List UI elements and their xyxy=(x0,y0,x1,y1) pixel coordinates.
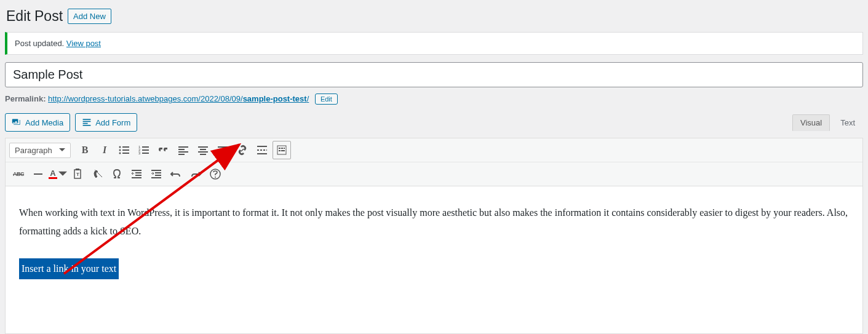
svg-rect-22 xyxy=(198,151,208,153)
svg-rect-45 xyxy=(135,172,141,173)
permalink-url[interactable]: http://wordpress-tutorials.atwebpages.co… xyxy=(48,94,309,103)
svg-point-4 xyxy=(119,146,121,148)
add-media-button[interactable]: Add Media xyxy=(5,113,70,132)
svg-rect-39 xyxy=(281,150,285,151)
svg-rect-49 xyxy=(155,172,161,173)
page-title: Edit Post xyxy=(6,8,63,25)
edit-slug-button[interactable]: Edit xyxy=(315,93,338,105)
svg-rect-36 xyxy=(281,148,283,149)
svg-point-6 xyxy=(119,149,121,151)
svg-rect-42 xyxy=(76,169,79,170)
svg-rect-32 xyxy=(266,149,267,151)
svg-rect-35 xyxy=(279,148,281,149)
view-post-link[interactable]: View post xyxy=(66,39,101,48)
svg-rect-17 xyxy=(178,149,185,150)
permalink-row: Permalink: http://wordpress-tutorials.at… xyxy=(5,87,863,113)
italic-button[interactable]: I xyxy=(95,141,114,159)
svg-rect-2 xyxy=(83,123,88,124)
svg-point-53 xyxy=(215,177,216,178)
highlighted-text[interactable]: Insert a link in your text xyxy=(19,258,119,279)
svg-rect-13 xyxy=(142,149,149,151)
special-char-button[interactable] xyxy=(108,165,126,183)
svg-rect-30 xyxy=(260,149,262,151)
form-icon xyxy=(82,117,92,127)
tab-visual[interactable]: Visual xyxy=(792,114,830,131)
align-center-button[interactable] xyxy=(194,141,212,159)
read-more-button[interactable] xyxy=(253,141,271,159)
permalink-label: Permalink: xyxy=(5,94,46,103)
svg-text:T: T xyxy=(76,172,79,177)
svg-rect-3 xyxy=(83,125,91,126)
color-swatch xyxy=(49,177,57,179)
media-buttons: Add Media Add Form xyxy=(5,113,137,132)
svg-rect-29 xyxy=(257,149,259,151)
svg-rect-26 xyxy=(218,151,228,153)
undo-button[interactable] xyxy=(167,165,185,183)
svg-rect-20 xyxy=(198,146,208,148)
svg-rect-31 xyxy=(263,149,265,151)
paste-text-button[interactable]: T xyxy=(68,165,87,183)
toolbar-toggle-button[interactable] xyxy=(273,141,291,159)
svg-rect-0 xyxy=(83,119,91,120)
page-header: Edit Post Add New xyxy=(0,5,868,32)
svg-rect-24 xyxy=(218,146,228,148)
update-notice: Post updated. View post xyxy=(5,32,863,55)
svg-rect-27 xyxy=(221,154,228,155)
add-form-button[interactable]: Add Form xyxy=(75,113,137,132)
ordered-list-button[interactable]: 123 xyxy=(135,141,153,159)
editor-content[interactable]: When working with text in WordPress, it … xyxy=(5,186,863,334)
svg-rect-15 xyxy=(142,153,149,154)
align-right-button[interactable] xyxy=(213,141,232,159)
svg-rect-50 xyxy=(155,175,161,176)
chevron-down-icon xyxy=(58,168,67,180)
svg-rect-46 xyxy=(135,175,141,176)
svg-rect-19 xyxy=(178,154,185,155)
svg-rect-47 xyxy=(132,177,141,178)
media-icon xyxy=(12,117,22,127)
svg-rect-9 xyxy=(122,153,129,154)
svg-rect-1 xyxy=(83,121,91,122)
bold-button[interactable]: B xyxy=(76,141,94,159)
clear-formatting-button[interactable] xyxy=(88,165,106,183)
svg-rect-21 xyxy=(200,149,206,150)
redo-button[interactable] xyxy=(186,165,205,183)
svg-rect-25 xyxy=(221,149,228,150)
horizontal-rule-button[interactable] xyxy=(29,165,47,183)
editor-toolbar: Paragraph B I 123 ABC xyxy=(5,138,863,186)
content-paragraph: When working with text in WordPress, it … xyxy=(19,204,849,241)
notice-message: Post updated. xyxy=(15,39,64,48)
strikethrough-button[interactable]: ABC xyxy=(9,165,28,183)
svg-rect-11 xyxy=(142,146,149,148)
link-button[interactable] xyxy=(233,141,252,159)
align-left-button[interactable] xyxy=(174,141,193,159)
svg-rect-5 xyxy=(122,146,129,148)
svg-rect-51 xyxy=(151,177,161,178)
svg-rect-37 xyxy=(284,148,285,149)
svg-rect-18 xyxy=(178,151,188,153)
svg-point-8 xyxy=(119,153,121,154)
svg-rect-23 xyxy=(200,154,206,155)
svg-rect-28 xyxy=(257,146,267,147)
svg-rect-33 xyxy=(257,153,267,154)
text-color-button[interactable]: A xyxy=(49,165,67,183)
add-new-button[interactable]: Add New xyxy=(68,9,111,24)
tab-text[interactable]: Text xyxy=(832,114,863,131)
svg-rect-7 xyxy=(122,149,129,151)
format-select[interactable]: Paragraph xyxy=(9,143,71,158)
indent-button[interactable] xyxy=(147,165,165,183)
svg-rect-44 xyxy=(132,170,141,171)
svg-text:3: 3 xyxy=(138,151,141,155)
svg-rect-48 xyxy=(151,170,161,171)
editor-tabs: Visual Text xyxy=(792,114,863,131)
svg-rect-40 xyxy=(34,173,42,175)
svg-rect-16 xyxy=(178,146,188,148)
chevron-down-icon xyxy=(59,147,65,153)
svg-rect-38 xyxy=(279,150,281,151)
bullet-list-button[interactable] xyxy=(115,141,133,159)
quote-button[interactable] xyxy=(154,141,173,159)
outdent-button[interactable] xyxy=(127,165,146,183)
help-button[interactable] xyxy=(206,165,225,183)
post-title-input[interactable] xyxy=(5,62,863,87)
